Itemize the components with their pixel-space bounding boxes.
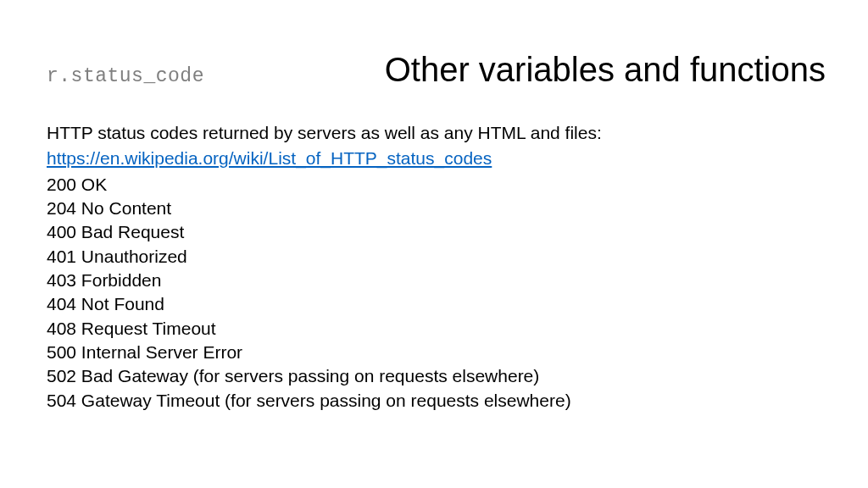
- list-item: 502 Bad Gateway (for servers passing on …: [47, 364, 834, 388]
- list-item: 408 Request Timeout: [47, 317, 834, 341]
- list-item: 401 Unauthorized: [47, 245, 834, 269]
- slide-title: Other variables and functions: [385, 51, 834, 89]
- reference-link[interactable]: https://en.wikipedia.org/wiki/List_of_HT…: [47, 148, 492, 168]
- list-item: 404 Not Found: [47, 292, 834, 316]
- status-code-list: 200 OK 204 No Content 400 Bad Request 40…: [47, 173, 834, 413]
- list-item: 200 OK: [47, 173, 834, 197]
- list-item: 403 Forbidden: [47, 269, 834, 292]
- code-identifier: r.status_code: [47, 57, 204, 87]
- slide-body: HTTP status codes returned by servers as…: [47, 121, 834, 413]
- list-item: 500 Internal Server Error: [47, 341, 834, 364]
- list-item: 504 Gateway Timeout (for servers passing…: [47, 389, 834, 413]
- slide-header: r.status_code Other variables and functi…: [47, 51, 834, 89]
- intro-text: HTTP status codes returned by servers as…: [47, 121, 834, 145]
- list-item: 400 Bad Request: [47, 220, 834, 244]
- slide: r.status_code Other variables and functi…: [0, 0, 868, 488]
- list-item: 204 No Content: [47, 197, 834, 220]
